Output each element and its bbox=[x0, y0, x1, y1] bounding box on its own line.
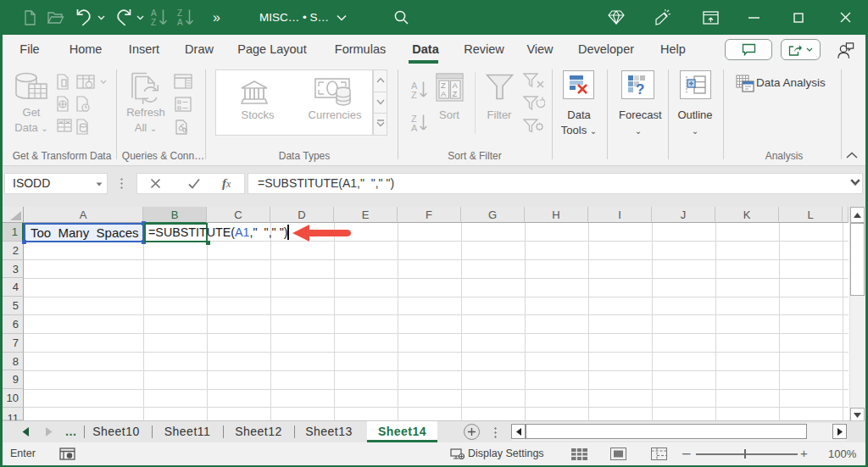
svg-text:A: A bbox=[441, 89, 447, 98]
svg-text:A: A bbox=[151, 8, 157, 18]
svg-text:Z: Z bbox=[151, 18, 156, 26]
svg-text:Z: Z bbox=[177, 8, 182, 18]
svg-text:A: A bbox=[411, 123, 418, 133]
svg-text:?: ? bbox=[636, 81, 644, 95]
svg-text:Z: Z bbox=[411, 90, 417, 100]
svg-text:A: A bbox=[177, 18, 183, 26]
svg-text:Z: Z bbox=[453, 89, 458, 98]
